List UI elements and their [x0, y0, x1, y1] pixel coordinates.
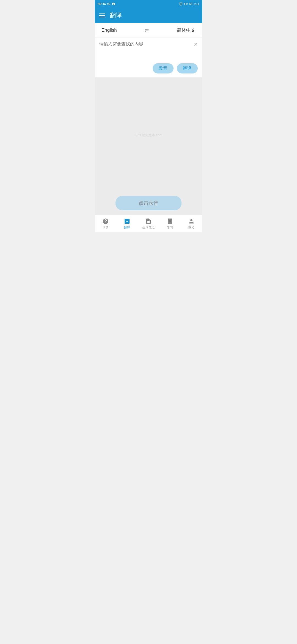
- watermark: K7B 领先之本.com: [135, 133, 162, 138]
- clear-button[interactable]: ✕: [194, 41, 198, 47]
- status-time: 1:11: [194, 2, 199, 6]
- swap-lang-button[interactable]: ⇌: [145, 27, 149, 33]
- wordbook-icon: [145, 218, 152, 225]
- svg-text:A: A: [126, 220, 128, 223]
- record-button[interactable]: 点击录音: [116, 196, 182, 210]
- nav-item-translate[interactable]: A 翻译: [116, 218, 138, 230]
- target-lang-button[interactable]: 简体中文: [177, 27, 196, 33]
- source-lang-button[interactable]: English: [101, 28, 117, 33]
- record-section: 点击录音: [95, 193, 202, 215]
- eye-icon: [112, 2, 116, 6]
- account-icon: [188, 218, 195, 225]
- menu-button[interactable]: [99, 13, 105, 17]
- nav-label-account: 账号: [188, 225, 194, 230]
- page-title: 翻译: [110, 11, 122, 20]
- status-left: HD 4G 4G: [98, 2, 116, 6]
- nav-label-dict: 词典: [103, 225, 109, 230]
- status-right: 68 1:11: [179, 2, 199, 6]
- status-signal: HD 4G 4G: [98, 2, 111, 6]
- bottom-nav: 词典 A 翻译 生词笔记 学习 账号: [95, 215, 202, 232]
- nav-item-dict[interactable]: 词典: [95, 218, 116, 230]
- nav-item-wordbook[interactable]: 生词笔记: [138, 218, 159, 230]
- result-area: K7B 领先之本.com: [95, 77, 202, 193]
- vibrate-icon: [184, 2, 188, 6]
- translate-icon: A: [124, 218, 130, 225]
- nav-item-account[interactable]: 账号: [181, 218, 202, 230]
- status-bar: HD 4G 4G 68 1:11: [95, 0, 202, 8]
- translate-button[interactable]: 翻译: [177, 63, 198, 73]
- action-buttons: 发音 翻译: [95, 62, 202, 77]
- nav-label-wordbook: 生词笔记: [142, 225, 155, 230]
- study-icon: [167, 218, 173, 225]
- battery-level: 68: [189, 2, 192, 6]
- lang-selector-bar: English ⇌ 简体中文: [95, 23, 202, 37]
- alarm-icon: [179, 2, 183, 6]
- nav-label-study: 学习: [167, 225, 173, 230]
- dict-icon: [102, 218, 109, 225]
- input-area: ✕: [95, 37, 202, 62]
- search-input[interactable]: [99, 41, 198, 58]
- app-bar: 翻译: [95, 8, 202, 23]
- pronounce-button[interactable]: 发音: [153, 63, 174, 73]
- nav-item-study[interactable]: 学习: [159, 218, 181, 230]
- nav-label-translate: 翻译: [124, 225, 130, 230]
